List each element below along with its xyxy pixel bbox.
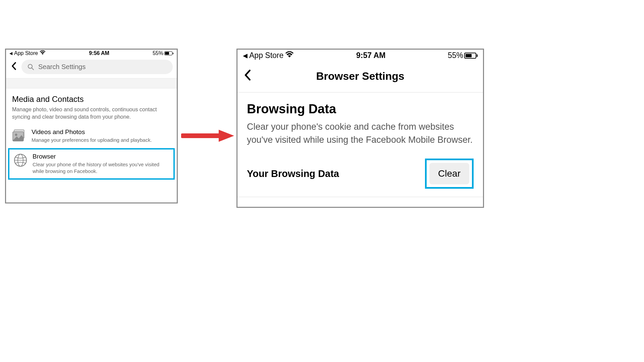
row-title: Browser (33, 153, 170, 160)
arrow-icon (181, 129, 235, 142)
status-bar: ◀ App Store 9:57 AM 55% (237, 50, 483, 61)
phone-screenshot-right: ◀ App Store 9:57 AM 55% Browser Settings… (236, 49, 484, 208)
search-header: Search Settings (6, 57, 177, 78)
row-content: Browser Clear your phone of the history … (33, 153, 170, 175)
section-description: Clear your phone's cookie and cache from… (247, 120, 474, 146)
clear-button[interactable]: Clear (429, 163, 469, 184)
row-description: Manage your preferences for uploading an… (32, 137, 171, 143)
section-gap (6, 78, 177, 88)
status-breadcrumb[interactable]: App Store (249, 51, 283, 60)
back-button[interactable] (10, 62, 18, 72)
status-left-group: ◀ App Store (243, 51, 294, 60)
status-time: 9:57 AM (356, 51, 385, 60)
browsing-data-section: Browsing Data Clear your phone's cookie … (237, 93, 483, 153)
search-input[interactable]: Search Settings (21, 60, 173, 74)
svg-point-0 (28, 64, 32, 68)
battery-icon (164, 51, 173, 55)
section-description: Manage photo, video and sound controls, … (12, 106, 171, 121)
page-header: Browser Settings (237, 61, 483, 93)
row-content: Videos and Photos Manage your preference… (32, 128, 171, 143)
status-left-group: ◀ App Store (9, 50, 46, 56)
status-right-group: 55% (153, 50, 173, 56)
svg-marker-9 (219, 130, 234, 142)
wifi-icon (40, 50, 46, 56)
section-title: Browsing Data (247, 102, 474, 116)
row-description: Clear your phone of the history of websi… (33, 161, 170, 175)
status-breadcrumb[interactable]: App Store (14, 50, 38, 56)
section-title: Media and Contacts (12, 95, 171, 104)
back-triangle-icon: ◀ (243, 52, 248, 59)
phone-screenshot-left: ◀ App Store 9:56 AM 55% Search Settings … (5, 49, 178, 203)
svg-point-4 (15, 133, 17, 136)
search-placeholder: Search Settings (38, 63, 86, 71)
section-header: Media and Contacts Manage photo, video a… (6, 88, 177, 124)
clear-data-label: Your Browsing Data (247, 168, 339, 179)
battery-icon (464, 53, 478, 59)
page-title: Browser Settings (244, 70, 476, 82)
status-bar: ◀ App Store 9:56 AM 55% (6, 50, 177, 57)
clear-data-row: Your Browsing Data Clear (237, 153, 483, 197)
battery-percent: 55% (448, 51, 463, 60)
photos-icon (12, 128, 27, 143)
clear-button-highlight: Clear (425, 159, 474, 189)
wifi-icon (285, 51, 294, 60)
search-icon (28, 64, 34, 70)
battery-percent: 55% (153, 50, 163, 56)
settings-row-videos-photos[interactable]: Videos and Photos Manage your preference… (6, 124, 177, 147)
status-right-group: 55% (448, 51, 478, 60)
row-title: Videos and Photos (32, 128, 171, 136)
back-triangle-icon: ◀ (9, 51, 12, 56)
status-time: 9:56 AM (89, 50, 109, 56)
svg-line-1 (32, 68, 34, 70)
globe-icon (13, 153, 28, 168)
settings-row-browser[interactable]: Browser Clear your phone of the history … (8, 148, 175, 180)
